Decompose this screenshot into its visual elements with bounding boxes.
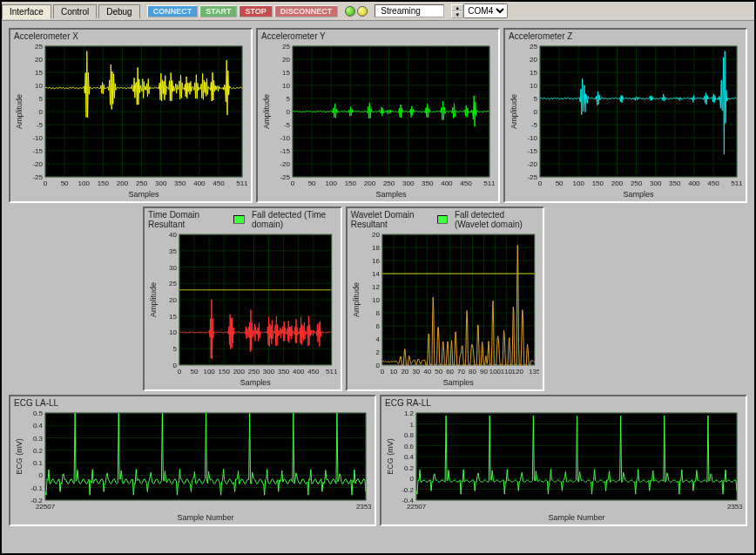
svg-text:16: 16 (372, 257, 380, 265)
svg-text:90: 90 (480, 368, 488, 376)
svg-text:15: 15 (35, 69, 43, 77)
svg-text:150: 150 (592, 179, 604, 187)
svg-text:30: 30 (169, 264, 177, 272)
svg-text:50: 50 (61, 179, 69, 187)
svg-text:5: 5 (534, 95, 538, 103)
status-text: Streaming (375, 4, 444, 17)
svg-text:100: 100 (78, 179, 91, 187)
port-spinner[interactable]: ▲▼ (451, 4, 463, 18)
svg-text:0.8: 0.8 (404, 431, 415, 439)
svg-text:135: 135 (529, 368, 540, 376)
svg-text:ECG (mV): ECG (mV) (15, 438, 24, 475)
svg-text:150: 150 (345, 179, 357, 187)
svg-text:5: 5 (173, 345, 178, 353)
svg-text:-0.2: -0.2 (30, 497, 43, 504)
svg-text:511: 511 (236, 179, 247, 187)
svg-text:-5: -5 (37, 121, 44, 129)
svg-text:2: 2 (375, 349, 380, 356)
svg-text:60: 60 (446, 368, 454, 376)
svg-text:Samples: Samples (240, 378, 271, 387)
svg-text:450: 450 (307, 368, 320, 376)
svg-text:-25: -25 (280, 173, 290, 181)
svg-text:-10: -10 (527, 134, 537, 142)
svg-text:-10: -10 (32, 134, 43, 142)
svg-text:25: 25 (169, 280, 177, 288)
panel-ecg-ra-ll: ECG RA-LL 2250723530-0.4-0.200.20.40.60.… (380, 395, 747, 526)
svg-text:100: 100 (326, 179, 338, 187)
svg-text:30: 30 (412, 368, 420, 376)
port-select[interactable]: COM4 (463, 3, 508, 18)
connect-button[interactable]: CONNECT (147, 5, 199, 17)
svg-text:35: 35 (169, 247, 177, 255)
svg-text:20: 20 (372, 231, 380, 239)
svg-text:350: 350 (174, 179, 186, 187)
tab-interface[interactable]: Interface (2, 4, 51, 19)
svg-text:0.3: 0.3 (33, 435, 44, 443)
svg-text:100: 100 (573, 179, 585, 187)
title-ecg-la-ll: ECG LA-LL (14, 398, 58, 408)
title-ecg-ra-ll: ECG RA-LL (385, 398, 431, 408)
svg-text:120: 120 (511, 368, 523, 376)
svg-text:0: 0 (39, 108, 44, 116)
svg-text:350: 350 (669, 179, 681, 187)
plot-accel-x: 050100150200250300350400450511-25-20-15-… (14, 43, 247, 200)
svg-text:Sample Number: Sample Number (548, 513, 604, 522)
svg-text:50: 50 (308, 179, 316, 187)
svg-text:14: 14 (372, 270, 380, 278)
svg-text:0.4: 0.4 (33, 422, 44, 430)
svg-text:0: 0 (375, 362, 380, 369)
svg-text:10: 10 (169, 328, 177, 336)
svg-text:1.2: 1.2 (404, 409, 415, 417)
svg-text:-25: -25 (32, 173, 43, 181)
title-accel-x: Accelerometer X (14, 31, 78, 41)
stop-button[interactable]: STOP (239, 5, 272, 17)
svg-text:Sample Number: Sample Number (177, 513, 233, 522)
svg-text:23530: 23530 (727, 503, 742, 511)
panel-accel-x: Accelerometer X 050100150200250300350400… (9, 28, 253, 203)
svg-text:400: 400 (688, 179, 700, 187)
svg-text:-15: -15 (32, 147, 43, 155)
plot-time-resultant: 0501001502002503003504004505110510152025… (148, 231, 337, 388)
legend-wavelet: Fall detected (Wavelet domain) (455, 210, 539, 229)
svg-text:Amplitude: Amplitude (262, 94, 271, 129)
svg-text:350: 350 (422, 179, 434, 187)
tab-control[interactable]: Control (53, 4, 97, 18)
svg-text:-10: -10 (280, 134, 290, 142)
svg-text:10: 10 (372, 296, 380, 304)
svg-text:300: 300 (263, 368, 275, 376)
svg-text:15: 15 (530, 69, 537, 77)
tab-debug[interactable]: Debug (98, 4, 139, 18)
svg-text:5: 5 (287, 95, 291, 103)
svg-text:Samples: Samples (623, 190, 654, 199)
svg-text:-15: -15 (527, 147, 537, 155)
svg-text:50: 50 (435, 368, 442, 376)
legend-swatch-time (233, 215, 245, 224)
svg-text:0: 0 (173, 362, 178, 369)
svg-text:350: 350 (278, 368, 290, 376)
svg-text:200: 200 (364, 179, 376, 187)
svg-text:-5: -5 (531, 121, 538, 129)
svg-text:0.1: 0.1 (33, 459, 44, 467)
svg-text:-15: -15 (280, 147, 290, 155)
svg-text:10: 10 (35, 82, 43, 90)
plot-accel-y: 050100150200250300350400450511-25-20-15-… (261, 43, 495, 200)
svg-text:110: 110 (500, 368, 512, 376)
panel-time-resultant: Time Domain Resultant Fall detected (Tim… (143, 206, 342, 391)
svg-text:-0.4: -0.4 (402, 497, 414, 504)
svg-text:511: 511 (326, 368, 337, 376)
svg-text:0.2: 0.2 (33, 447, 44, 455)
disconnect-button[interactable]: DISCONNECT (274, 5, 339, 17)
svg-text:400: 400 (193, 179, 206, 187)
svg-text:300: 300 (650, 179, 662, 187)
svg-text:-5: -5 (284, 121, 291, 129)
start-button[interactable]: START (199, 5, 237, 17)
svg-text:6: 6 (375, 322, 380, 330)
svg-text:0: 0 (39, 471, 44, 479)
svg-text:50: 50 (556, 179, 564, 187)
svg-text:-20: -20 (32, 160, 43, 168)
svg-text:0: 0 (534, 108, 538, 116)
svg-text:20: 20 (401, 368, 408, 376)
svg-text:0.4: 0.4 (404, 453, 415, 461)
panel-accel-y: Accelerometer Y 050100150200250300350400… (256, 28, 500, 203)
svg-text:400: 400 (293, 368, 305, 376)
